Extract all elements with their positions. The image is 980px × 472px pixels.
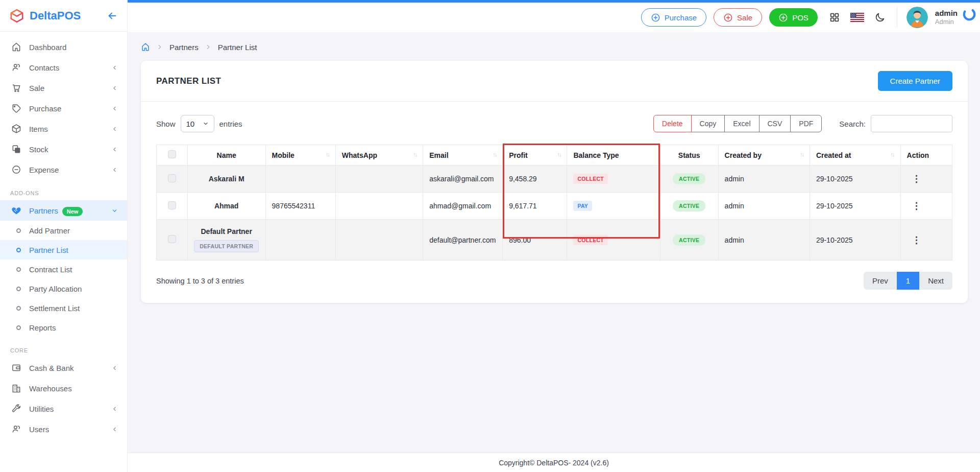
card-header: PARTNER LIST Create Partner — [141, 61, 968, 102]
section-label-core: CORE — [10, 347, 127, 353]
cell-mobile: 98765542311 — [265, 193, 335, 220]
avatar[interactable] — [906, 7, 928, 28]
sidebar-item-sale[interactable]: Sale — [0, 78, 127, 98]
row-actions-menu-icon[interactable]: ⋮ — [907, 174, 921, 184]
sort-icon[interactable]: ↑↓ — [493, 151, 496, 157]
sale-label: Sale — [737, 13, 752, 22]
sort-icon[interactable]: ↑↓ — [326, 151, 329, 157]
sidebar-item-reports[interactable]: Reports — [0, 318, 127, 337]
copy-button[interactable]: Copy — [691, 115, 725, 132]
apps-grid-icon[interactable] — [829, 12, 840, 23]
excel-button[interactable]: Excel — [724, 115, 759, 132]
sidebar-item-cash-bank[interactable]: Cash & Bank — [0, 358, 127, 378]
cell-whatsapp — [335, 220, 423, 261]
next-page-button[interactable]: Next — [919, 272, 952, 290]
sidebar-item-label: Utilities — [29, 405, 104, 413]
breadcrumb-partner-list: Partner List — [218, 43, 257, 52]
partner-list-card: PARTNER LIST Create Partner Show 10 entr… — [141, 61, 968, 303]
chevron-left-icon — [111, 105, 118, 112]
column-header-email[interactable]: Email↑↓ — [423, 145, 503, 166]
prev-page-button[interactable]: Prev — [864, 272, 897, 290]
sidebar-item-label: Expense — [29, 166, 104, 174]
sidebar-item-warehouses[interactable]: Warehouses — [0, 378, 127, 398]
column-header-created-at[interactable]: Created at↑↓ — [810, 145, 900, 166]
sort-icon[interactable]: ↑↓ — [891, 151, 894, 157]
footer: Copyright© DeltaPOS- 2024 (v2.6) — [128, 453, 980, 472]
sidebar-item-utilities[interactable]: Utilities — [0, 398, 127, 419]
sidebar-item-partners[interactable]: PartnersNew — [0, 200, 127, 221]
pdf-button[interactable]: PDF — [790, 115, 822, 132]
delete-button[interactable]: Delete — [653, 115, 691, 132]
cell-whatsapp — [335, 193, 423, 220]
cell-profit: 9,617.71 — [503, 193, 567, 220]
search-label: Search: — [839, 120, 866, 128]
moon-icon[interactable] — [874, 12, 886, 23]
language-flag-icon[interactable] — [850, 13, 864, 22]
row-actions-menu-icon[interactable]: ⋮ — [907, 201, 921, 211]
cell-balance-type: PAY — [567, 193, 660, 220]
sort-icon[interactable]: ↑↓ — [557, 151, 560, 157]
sidebar-item-partner-list[interactable]: Partner List — [0, 240, 127, 259]
show-entries-group: Show 10 entries — [156, 115, 242, 132]
sidebar: DeltaPOS Dashboard Contacts Sale Purchas… — [0, 0, 128, 472]
bullet-icon — [16, 325, 21, 330]
home-icon[interactable] — [141, 42, 150, 52]
sale-button[interactable]: Sale — [714, 8, 762, 27]
plus-circle-icon — [723, 13, 733, 22]
bullet-icon — [16, 248, 21, 252]
csv-button[interactable]: CSV — [759, 115, 791, 132]
user-role: Admin — [935, 18, 958, 26]
row-checkbox[interactable] — [168, 174, 176, 182]
loading-arc-icon — [962, 7, 977, 22]
sidebar-item-stock[interactable]: Stock — [0, 139, 127, 159]
sort-icon[interactable]: ↑↓ — [800, 151, 803, 157]
column-header-mobile[interactable]: Mobile↑↓ — [265, 145, 335, 166]
cell-email: ahmad@gmail.com — [423, 193, 503, 220]
collect-badge: COLLECT — [573, 174, 608, 184]
cart-icon — [11, 83, 21, 93]
copyright-text: Copyright© DeltaPOS- 2024 (v2.6) — [499, 459, 609, 467]
default-partner-badge: DEFAULT PARTNER — [194, 240, 259, 252]
row-actions-menu-icon[interactable]: ⋮ — [907, 235, 921, 245]
column-header-created-by[interactable]: Created by↑↓ — [718, 145, 810, 166]
wallet-icon — [11, 363, 21, 373]
cell-created-at: 29-10-2025 — [810, 220, 900, 261]
row-checkbox[interactable] — [168, 235, 176, 243]
sidebar-item-users[interactable]: Users — [0, 419, 127, 439]
sidebar-item-label: Party Allocation — [29, 285, 82, 293]
chevron-down-icon — [111, 207, 118, 214]
show-label: Show — [156, 120, 176, 128]
sidebar-item-expense[interactable]: Expense — [0, 159, 127, 180]
row-checkbox[interactable] — [168, 201, 176, 209]
column-header-whatsapp[interactable]: WhatsApp↑↓ — [335, 145, 423, 166]
page-1-button[interactable]: 1 — [897, 272, 919, 290]
plus-circle-icon — [778, 13, 788, 22]
entries-select[interactable]: 10 — [181, 115, 214, 132]
column-header-profit[interactable]: Profit↑↓ — [503, 145, 567, 166]
cell-name: Default Partner DEFAULT PARTNER — [187, 220, 265, 261]
create-partner-button[interactable]: Create Partner — [878, 71, 952, 91]
sidebar-item-add-partner[interactable]: Add Partner — [0, 221, 127, 240]
wrench-icon — [11, 404, 21, 414]
collapse-sidebar-icon[interactable] — [107, 10, 118, 21]
active-badge: ACTIVE — [673, 234, 705, 246]
sidebar-item-purchase[interactable]: Purchase — [0, 98, 127, 119]
bullet-icon — [16, 306, 21, 311]
sidebar-item-contract-list[interactable]: Contract List — [0, 259, 127, 279]
sidebar-item-items[interactable]: Items — [0, 119, 127, 139]
sidebar-item-settlement-list[interactable]: Settlement List — [0, 298, 127, 318]
sidebar-item-label: Items — [29, 125, 104, 133]
purchase-button[interactable]: Purchase — [641, 8, 706, 27]
chevron-right-icon — [205, 43, 212, 51]
bullet-icon — [16, 287, 21, 291]
breadcrumb-partners[interactable]: Partners — [169, 43, 199, 52]
sidebar-item-party-allocation[interactable]: Party Allocation — [0, 279, 127, 298]
sidebar-item-contacts[interactable]: Contacts — [0, 57, 127, 78]
pos-button[interactable]: POS — [769, 8, 818, 27]
search-input[interactable] — [871, 115, 952, 132]
sidebar-item-dashboard[interactable]: Dashboard — [0, 37, 127, 57]
select-all-checkbox[interactable] — [168, 150, 176, 158]
table-header-row: Name Mobile↑↓ WhatsApp↑↓ Email↑↓ Profit↑… — [157, 145, 952, 166]
sort-icon[interactable]: ↑↓ — [413, 151, 416, 157]
main-content: Purchase Sale POS admin Admin — [128, 0, 980, 472]
